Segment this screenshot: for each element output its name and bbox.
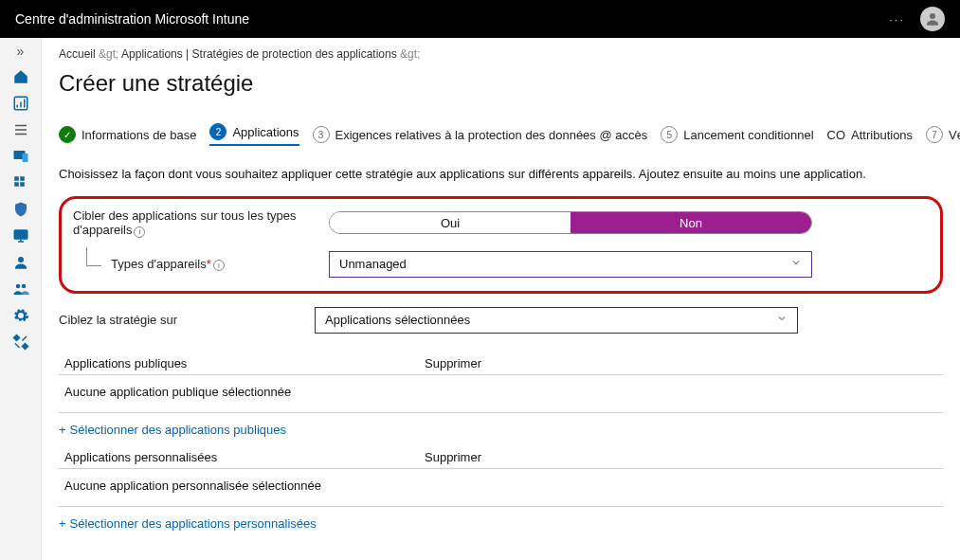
reports-icon[interactable] xyxy=(12,227,29,244)
tenant-admin-icon[interactable] xyxy=(12,307,29,324)
wizard-steps: ✓ Informations de base 2 Applications 3 … xyxy=(59,123,943,146)
devices-icon[interactable] xyxy=(12,148,29,165)
svg-point-10 xyxy=(15,284,20,289)
public-apps-header: Applications publiques Supprimer xyxy=(59,347,943,375)
svg-rect-3 xyxy=(22,154,27,162)
layout: » Accueil &gt; Applications | Stratégies… xyxy=(0,38,960,560)
breadcrumb: Accueil &gt; Applications | Stratégies d… xyxy=(59,47,943,61)
dashboard-icon[interactable] xyxy=(12,95,29,112)
public-apps-remove-header: Supprimer xyxy=(425,356,481,370)
select-target-policy[interactable]: Applications sélectionnées xyxy=(315,307,798,334)
groups-icon[interactable] xyxy=(12,280,29,298)
svg-point-11 xyxy=(21,284,26,289)
toggle-yes[interactable]: Oui xyxy=(330,212,571,233)
connector-line xyxy=(86,247,101,266)
admin-center-title: Centre d'administration Microsoft Intune xyxy=(15,11,249,27)
info-icon[interactable]: i xyxy=(213,260,225,271)
custom-apps-empty: Aucune application personnalisée sélecti… xyxy=(59,469,943,507)
breadcrumb-home[interactable]: Accueil xyxy=(59,47,96,61)
person-icon xyxy=(924,10,941,27)
step-basics[interactable]: ✓ Informations de base xyxy=(59,126,196,143)
plus-icon: + xyxy=(59,516,66,531)
svg-rect-6 xyxy=(14,182,19,187)
add-custom-apps-link[interactable]: +Sélectionner des applications personnal… xyxy=(59,507,317,534)
custom-apps-label: Applications personnalisées xyxy=(64,450,425,464)
public-apps-empty: Aucune application publique sélectionnée xyxy=(59,375,943,413)
label-target-all: Cibler des applications sur tous les typ… xyxy=(73,208,319,238)
breadcrumb-apps[interactable]: Applications | Stratégies de protection … xyxy=(121,47,397,61)
label-target-policy: Ciblez la stratégie sur xyxy=(59,313,305,327)
more-icon[interactable]: ··· xyxy=(889,12,905,27)
main-content: Accueil &gt; Applications | Stratégies d… xyxy=(42,38,960,560)
list-icon[interactable] xyxy=(12,121,29,138)
public-apps-label: Applications publiques xyxy=(64,356,425,370)
users-icon[interactable] xyxy=(12,254,29,271)
check-icon: ✓ xyxy=(59,126,76,143)
intro-text: Choisissez la façon dont vous souhaitez … xyxy=(59,167,943,181)
custom-apps-remove-header: Supprimer xyxy=(425,450,481,464)
row-target-policy: Ciblez la stratégie sur Applications sél… xyxy=(59,307,943,334)
topbar: Centre d'administration Microsoft Intune… xyxy=(0,0,960,38)
shield-icon[interactable] xyxy=(12,201,29,218)
svg-point-0 xyxy=(930,13,935,19)
highlight-box: Cibler des applications sur tous les typ… xyxy=(59,196,943,294)
troubleshoot-icon[interactable] xyxy=(12,334,29,351)
step-review-create[interactable]: 7 Vérifier + créer xyxy=(926,126,960,143)
expand-icon[interactable]: » xyxy=(17,44,25,59)
sidebar: » xyxy=(0,38,42,560)
step-conditional-launch[interactable]: 5 Lancement conditionnel xyxy=(661,126,813,143)
step-data-protection[interactable]: 3 Exigences relatives à la protection de… xyxy=(313,126,648,143)
add-public-apps-link[interactable]: +Sélectionner des applications publiques xyxy=(59,413,286,441)
svg-point-9 xyxy=(18,257,24,262)
home-icon[interactable] xyxy=(12,68,29,85)
row-device-types: Types d'appareils*i Unmanaged xyxy=(73,251,929,278)
step-applications[interactable]: 2 Applications xyxy=(209,123,299,146)
plus-icon: + xyxy=(59,423,66,437)
step-assignments[interactable]: CO Attributions xyxy=(827,128,914,142)
select-device-types[interactable]: Unmanaged xyxy=(329,251,812,278)
toggle-no[interactable]: Non xyxy=(571,212,811,233)
row-target-all-device-types: Cibler des applications sur tous les typ… xyxy=(73,208,929,238)
label-device-types: Types d'appareils*i xyxy=(73,257,319,272)
avatar[interactable] xyxy=(920,7,945,31)
custom-apps-header: Applications personnalisées Supprimer xyxy=(59,441,943,469)
info-icon[interactable]: i xyxy=(134,226,145,238)
chevron-down-icon xyxy=(790,257,802,271)
svg-rect-7 xyxy=(20,182,25,187)
svg-rect-8 xyxy=(14,230,27,239)
toggle-target-all: Oui Non xyxy=(329,211,812,234)
svg-rect-5 xyxy=(20,176,25,181)
svg-rect-4 xyxy=(14,176,19,181)
chevron-down-icon xyxy=(776,313,788,327)
apps-icon[interactable] xyxy=(12,174,29,191)
page-title: Créer une stratégie xyxy=(59,70,943,97)
topbar-right: ··· xyxy=(889,7,945,31)
